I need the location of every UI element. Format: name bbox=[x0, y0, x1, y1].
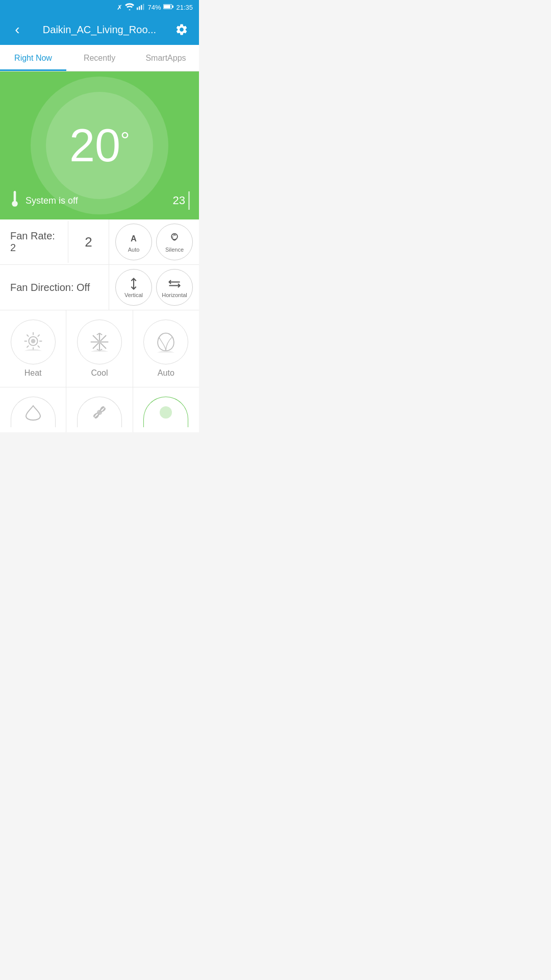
svg-line-22 bbox=[38, 346, 40, 348]
temperature-display: 20° System is off 23 bbox=[0, 71, 199, 219]
battery-icon bbox=[163, 4, 173, 11]
dry-mode-button[interactable] bbox=[0, 387, 66, 432]
fan-direction-buttons: Vertical Horizontal bbox=[109, 265, 199, 310]
fan-horizontal-label: Horizontal bbox=[162, 292, 187, 298]
svg-rect-5 bbox=[172, 5, 174, 7]
fan-mode-circle bbox=[77, 397, 122, 427]
back-button[interactable]: ‹ bbox=[8, 20, 27, 39]
fan-direction-label: Fan Direction: Off bbox=[0, 274, 109, 302]
cool-mode-label: Cool bbox=[91, 369, 108, 378]
fan-vertical-button[interactable]: Vertical bbox=[115, 269, 152, 306]
setpoint-divider bbox=[188, 191, 190, 210]
battery-percentage: 74% bbox=[147, 4, 161, 11]
temperature-value: 20° bbox=[69, 122, 130, 168]
controls-section: Fan Rate: 2 2 A Auto Silence Fan Direc bbox=[0, 219, 199, 310]
dry-mode-circle bbox=[11, 397, 56, 427]
auto-mode-label: Auto bbox=[158, 369, 174, 378]
fan-mode-button[interactable] bbox=[66, 387, 133, 432]
heat-mode-label: Heat bbox=[24, 369, 42, 378]
fan-rate-value: 2 bbox=[68, 221, 109, 263]
heat-mode-button[interactable]: Heat bbox=[0, 310, 66, 387]
tab-smart-apps[interactable]: SmartApps bbox=[133, 45, 199, 71]
fan-horizontal-button[interactable]: Horizontal bbox=[156, 269, 193, 306]
svg-point-29 bbox=[98, 340, 102, 344]
svg-rect-9 bbox=[14, 199, 15, 204]
svg-rect-3 bbox=[143, 4, 144, 10]
fan-silence-button[interactable]: Silence bbox=[156, 224, 193, 260]
fan-rate-label: Fan Rate: 2 bbox=[0, 222, 68, 262]
svg-point-16 bbox=[31, 339, 35, 344]
fan-vertical-label: Vertical bbox=[124, 292, 143, 298]
fan-rate-row: Fan Rate: 2 2 A Auto Silence bbox=[0, 219, 199, 265]
status-bar: ✗ 74% 21:35 bbox=[0, 0, 199, 14]
temp-circle-inner: 20° bbox=[46, 92, 153, 199]
time-display: 21:35 bbox=[176, 4, 193, 11]
svg-line-24 bbox=[27, 346, 29, 348]
bluetooth-icon: ✗ bbox=[117, 4, 122, 11]
cool-mode-circle bbox=[77, 320, 122, 364]
svg-point-35 bbox=[160, 406, 172, 419]
svg-rect-1 bbox=[139, 6, 140, 10]
extra-mode-button[interactable] bbox=[133, 387, 199, 432]
svg-line-23 bbox=[38, 335, 40, 337]
mode-row-bottom bbox=[0, 387, 199, 432]
svg-rect-6 bbox=[164, 5, 171, 8]
fan-auto-label: Auto bbox=[128, 247, 140, 253]
svg-rect-2 bbox=[141, 5, 142, 10]
setpoint-value: 23 bbox=[173, 194, 185, 207]
fan-direction-row: Fan Direction: Off Vertical Horizontal bbox=[0, 265, 199, 310]
svg-rect-0 bbox=[137, 7, 138, 10]
cool-mode-button[interactable]: Cool bbox=[66, 310, 133, 387]
svg-line-21 bbox=[27, 335, 29, 337]
wifi-icon bbox=[125, 3, 134, 12]
system-status-text: System is off bbox=[26, 195, 78, 206]
fan-rate-buttons: A Auto Silence bbox=[109, 219, 199, 264]
tab-right-now[interactable]: Right Now bbox=[0, 45, 66, 71]
status-row: System is off 23 bbox=[0, 191, 199, 210]
app-header: ‹ Daikin_AC_Living_Roo... bbox=[0, 14, 199, 45]
settings-button[interactable] bbox=[172, 20, 191, 39]
tab-recently[interactable]: Recently bbox=[66, 45, 133, 71]
heat-mode-circle bbox=[11, 320, 56, 364]
system-status: System is off bbox=[9, 191, 78, 210]
svg-text:A: A bbox=[131, 234, 137, 243]
mode-row: Heat Cool bbox=[0, 310, 199, 387]
device-title: Daikin_AC_Living_Roo... bbox=[27, 24, 172, 36]
setpoint-display: 23 bbox=[173, 191, 190, 210]
signal-icon bbox=[137, 3, 145, 12]
thermometer-icon bbox=[9, 191, 20, 210]
auto-mode-button[interactable]: Auto bbox=[133, 310, 199, 387]
fan-silence-label: Silence bbox=[165, 247, 184, 253]
tab-bar: Right Now Recently SmartApps bbox=[0, 45, 199, 71]
fan-auto-button[interactable]: A Auto bbox=[115, 224, 152, 260]
extra-mode-circle bbox=[143, 397, 188, 427]
auto-mode-circle bbox=[143, 320, 188, 364]
status-icons: ✗ 74% 21:35 bbox=[117, 3, 193, 12]
